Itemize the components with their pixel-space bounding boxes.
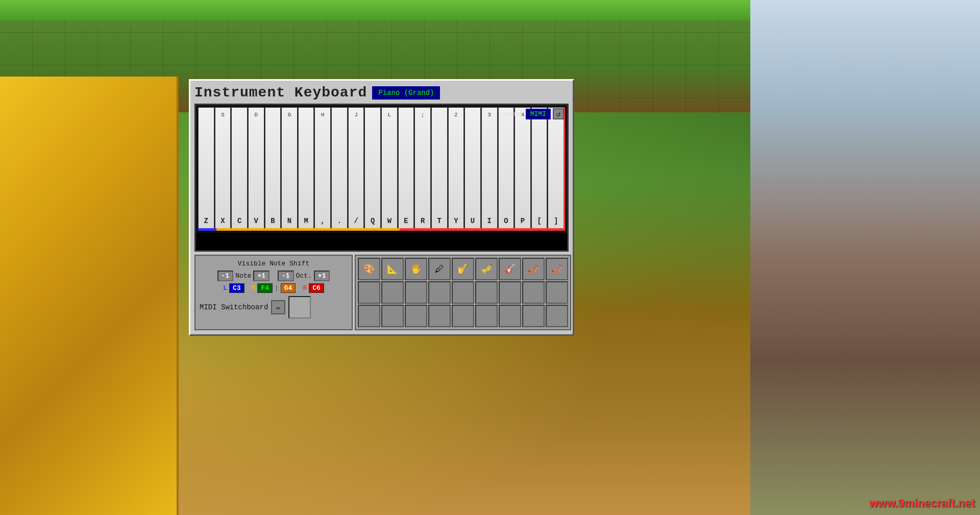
key-b[interactable]: B	[265, 107, 281, 231]
item-icon-2: 🖐	[410, 263, 422, 275]
midi-icon-button[interactable]: ✏️	[271, 300, 285, 314]
key-i[interactable]: 3 I	[481, 107, 498, 231]
midi-pencil-icon: ✏️	[276, 303, 280, 312]
layout-value[interactable]: MIMI	[526, 109, 551, 119]
panel-header: Instrument Keyboard Piano (Grand)	[194, 85, 569, 101]
inv-slot-15[interactable]	[499, 281, 521, 304]
inv-slot-1[interactable]: 📐	[381, 258, 404, 280]
inv-slot-22[interactable]	[452, 305, 474, 327]
key-v-label: V	[254, 217, 258, 225]
key-t-label: T	[437, 217, 442, 225]
inventory-grid: 🎨 📐 🖐 🖊 🎷 🎺 🎸	[358, 258, 568, 327]
badge-m2: G4	[281, 283, 296, 293]
key-r[interactable]: ; R	[414, 107, 431, 231]
key-n[interactable]: G N	[281, 107, 298, 231]
inv-slot-6[interactable]: 🎸	[499, 258, 521, 280]
key-3-top: 3	[487, 112, 491, 118]
key-y-label: Y	[454, 217, 458, 225]
instrument-badge[interactable]: Piano (Grand)	[372, 86, 440, 100]
inv-slot-23[interactable]	[475, 305, 498, 327]
key-n-label: N	[287, 217, 291, 225]
main-panel: Instrument Keyboard Piano (Grand) Layout…	[189, 79, 574, 336]
marker-l: L	[223, 284, 227, 292]
key-v[interactable]: D V	[248, 107, 264, 231]
key-q[interactable]: Q	[364, 107, 381, 231]
inv-slot-0[interactable]: 🎨	[358, 258, 380, 280]
midi-label: MIDI Switchboard	[200, 303, 268, 311]
key-c[interactable]: C	[231, 107, 248, 231]
midi-slot[interactable]	[288, 296, 311, 318]
inv-slot-5[interactable]: 🎺	[475, 258, 498, 280]
key-s-top: S	[221, 112, 225, 118]
note-plus-button[interactable]: +1	[253, 271, 270, 281]
key-p-label: P	[521, 217, 525, 225]
inv-slot-21[interactable]	[428, 305, 451, 327]
key-x[interactable]: S X	[215, 107, 231, 231]
key-h-top: H	[321, 112, 325, 118]
key-bracket-open-label: [	[537, 217, 541, 225]
badge-m1: F4	[257, 283, 273, 293]
inv-slot-26[interactable]	[546, 305, 568, 327]
inv-slot-13[interactable]	[452, 281, 474, 304]
oct-plus-button[interactable]: +1	[314, 271, 330, 281]
sep-blue	[198, 228, 216, 231]
piano-keyboard: Z S X C D V B G	[196, 105, 567, 233]
inv-slot-24[interactable]	[499, 305, 521, 327]
key-e[interactable]: E	[398, 107, 414, 231]
key-bracket-open[interactable]: [	[531, 107, 548, 231]
key-semi-top: ;	[421, 112, 425, 118]
key-c-label: C	[237, 217, 241, 225]
inv-slot-14[interactable]	[475, 281, 498, 304]
inv-slot-20[interactable]	[405, 305, 427, 327]
inv-slot-12[interactable]	[428, 281, 451, 304]
inv-slot-4[interactable]: 🎷	[452, 258, 474, 280]
inv-slot-9[interactable]	[358, 281, 380, 304]
item-icon-7: 🎻	[528, 263, 539, 275]
oct-minus-button[interactable]: -1	[278, 271, 294, 281]
inv-slot-11[interactable]	[405, 281, 427, 304]
item-icon-5: 🎺	[481, 263, 492, 275]
key-z[interactable]: Z	[198, 107, 214, 231]
inventory-panel: 🎨 📐 🖐 🖊 🎷 🎺 🎸	[355, 255, 571, 330]
oct-label: Oct.	[296, 272, 312, 280]
key-t[interactable]: T	[431, 107, 448, 231]
item-icon-4: 🎷	[457, 263, 469, 275]
inv-slot-17[interactable]	[546, 281, 568, 304]
marker-r: R	[303, 284, 307, 292]
key-u-label: U	[471, 217, 475, 225]
controls-panel: Visible Note Shift -1 Note +1 -1 Oct. +1…	[194, 255, 353, 330]
note-minus-button[interactable]: -1	[217, 271, 234, 281]
key-i-label: I	[487, 217, 492, 225]
key-y[interactable]: 2 Y	[448, 107, 464, 231]
layout-label: Layout	[500, 110, 524, 118]
key-slash-label: /	[354, 217, 358, 225]
inv-slot-7[interactable]: 🎻	[522, 258, 545, 280]
key-e-label: E	[404, 217, 408, 225]
inv-slot-16[interactable]	[522, 281, 545, 304]
key-bracket-close[interactable]: ]	[548, 107, 565, 231]
inv-slot-19[interactable]	[381, 305, 404, 327]
inv-slot-18[interactable]	[358, 305, 380, 327]
controls-title: Visible Note Shift	[200, 260, 348, 267]
key-period[interactable]: .	[331, 107, 348, 231]
inv-slot-3[interactable]: 🖊	[428, 258, 451, 280]
layout-bar: Layout MIMI ↺	[500, 108, 564, 119]
inv-slot-25[interactable]	[522, 305, 545, 327]
key-p[interactable]: 4 P	[514, 107, 531, 231]
key-o[interactable]: O	[498, 107, 514, 231]
inv-slot-10[interactable]	[381, 281, 404, 304]
key-m-label: M	[304, 217, 308, 225]
item-icon-3: 🖊	[435, 264, 444, 275]
key-l-top: L	[388, 112, 391, 118]
key-w-label: W	[387, 217, 391, 225]
inv-slot-2[interactable]: 🖐	[405, 258, 427, 280]
panel-title: Instrument Keyboard	[194, 85, 367, 101]
layout-refresh-button[interactable]: ↺	[553, 108, 564, 119]
key-u[interactable]: U	[464, 107, 481, 231]
key-m[interactable]: M	[298, 107, 314, 231]
inv-slot-8[interactable]: 🎻	[546, 258, 568, 280]
key-slash[interactable]: J /	[348, 107, 364, 231]
key-w[interactable]: L W	[381, 107, 398, 231]
key-comma[interactable]: H ,	[314, 107, 331, 231]
key-j-top: J	[354, 112, 358, 118]
